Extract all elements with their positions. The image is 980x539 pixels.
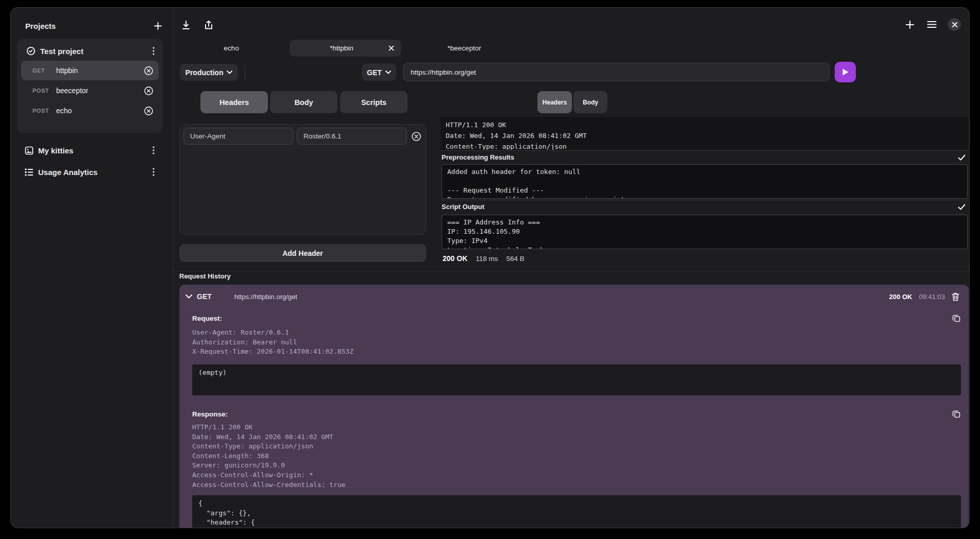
tab-beeceptor[interactable]: *beeceptor <box>420 40 508 57</box>
request-section-header: Request: <box>192 314 960 323</box>
history-title: Request History <box>179 272 231 280</box>
sidebar-request-beeceptor[interactable]: POST beeceptor <box>21 81 159 100</box>
script-output-section-header: Script Output <box>441 200 969 213</box>
check-icon <box>958 204 966 210</box>
copy-request-button[interactable] <box>952 314 960 322</box>
close-circle-icon <box>144 106 154 116</box>
play-icon <box>841 68 849 76</box>
tab-echo[interactable]: echo <box>203 40 260 57</box>
tab-label: *beeceptor <box>447 44 481 52</box>
kebab-icon <box>153 47 155 55</box>
sidebar-request-echo[interactable]: POST echo <box>21 101 159 120</box>
project-header[interactable]: Test project <box>21 42 159 60</box>
project-name: Test project <box>40 47 151 56</box>
image-icon <box>25 146 33 155</box>
list-icon <box>25 168 33 176</box>
sidebar-item-my-kitties[interactable]: My kitties <box>17 141 163 160</box>
history-entry-header[interactable]: GET https://httpbin.org/get 200 OK 09:41… <box>179 289 969 304</box>
toolbar-right <box>904 18 961 31</box>
kebab-icon <box>153 146 155 154</box>
request-name: beeceptor <box>56 86 143 95</box>
response-status-row: 200 OK 118 ms 564 B <box>443 254 525 263</box>
response-section-header: Response: <box>192 409 960 419</box>
remove-request-button[interactable] <box>144 86 154 96</box>
close-circle-icon <box>411 131 421 142</box>
copy-icon <box>952 410 960 418</box>
download-button[interactable] <box>180 19 192 31</box>
collection-name: My kitties <box>38 146 151 155</box>
history-method: GET <box>197 292 212 301</box>
sidebar-request-httpbin[interactable]: GET httpbin <box>21 61 159 80</box>
headers-editor <box>179 124 426 235</box>
response-panel: Headers Body HTTP/1.1 200 OK Date: Wed, … <box>441 91 969 271</box>
sidebar-header: Projects <box>11 18 173 33</box>
chevron-down-icon <box>385 71 391 74</box>
request-name: httpbin <box>56 66 143 75</box>
section-title: Preprocessing Results <box>442 153 514 161</box>
sidebar: Projects Test project GET <box>11 8 173 528</box>
projects-title: Projects <box>25 22 56 30</box>
request-tab-headers[interactable]: Headers <box>200 91 268 113</box>
method-label: GET <box>367 68 382 77</box>
menu-button[interactable] <box>926 20 938 29</box>
download-icon <box>181 20 191 30</box>
new-tab-button[interactable] <box>904 19 916 30</box>
url-input[interactable] <box>403 63 830 81</box>
plus-icon <box>905 20 915 29</box>
tab-label: echo <box>224 44 239 52</box>
header-key-input[interactable] <box>183 128 294 145</box>
response-time: 118 ms <box>476 255 498 263</box>
copy-icon <box>952 314 960 322</box>
collection-name: Usage Analytics <box>38 168 151 177</box>
method-label: GET <box>32 67 54 74</box>
script-output: === IP Address Info === IP: 195.146.105.… <box>442 215 968 249</box>
history-request-body: (empty) <box>192 364 961 395</box>
request-label: Request: <box>192 315 222 322</box>
hamburger-icon <box>927 21 937 28</box>
method-label: POST <box>32 88 54 94</box>
history-response-headers: HTTP/1.1 200 OK Date: Wed, 14 Jan 2026 0… <box>192 423 345 490</box>
copy-response-button[interactable] <box>952 410 960 418</box>
toolbar-left <box>180 19 214 31</box>
close-icon <box>388 45 394 51</box>
request-name: echo <box>56 107 143 115</box>
sidebar-item-usage-analytics[interactable]: Usage Analytics <box>17 162 163 182</box>
send-request-button[interactable] <box>835 62 856 82</box>
request-panel: Headers Body Scripts Add Header <box>179 91 426 271</box>
method-select[interactable]: GET <box>362 64 396 81</box>
check-icon <box>958 154 966 161</box>
environment-select[interactable]: Production <box>180 64 238 81</box>
divider <box>245 65 245 80</box>
tab-httpbin[interactable]: *httpbin <box>290 40 401 57</box>
close-tab-button[interactable] <box>387 44 395 52</box>
header-row <box>183 128 422 145</box>
response-tab-headers[interactable]: Headers <box>537 91 572 113</box>
environment-label: Production <box>185 68 224 77</box>
remove-request-button[interactable] <box>144 66 154 76</box>
project-menu-button[interactable] <box>151 46 156 56</box>
collection-menu-button[interactable] <box>151 167 156 177</box>
remove-header-button[interactable] <box>411 131 421 142</box>
response-label: Response: <box>192 410 228 418</box>
chevron-down-icon <box>185 294 192 299</box>
request-tab-body[interactable]: Body <box>270 91 337 113</box>
delete-history-button[interactable] <box>952 292 959 301</box>
collection-menu-button[interactable] <box>151 145 156 155</box>
kebab-icon <box>153 168 155 176</box>
main-area: echo *httpbin *beeceptor Production <box>173 8 969 528</box>
header-value-input[interactable] <box>297 128 407 145</box>
history-url: https://httpbin.org/get <box>234 293 297 301</box>
app-window: Projects Test project GET <box>10 7 970 528</box>
share-button[interactable] <box>203 19 214 31</box>
divider <box>173 271 969 271</box>
close-circle-icon <box>144 86 154 96</box>
tab-label: *httpbin <box>296 44 387 52</box>
remove-request-button[interactable] <box>144 106 154 116</box>
response-tab-body[interactable]: Body <box>573 91 607 113</box>
history-response-body: { "args": {}, "headers": { <box>192 495 961 528</box>
request-tab-scripts[interactable]: Scripts <box>340 91 408 113</box>
history-meta: 200 OK 09:41:03 <box>889 292 959 301</box>
close-window-button[interactable] <box>948 18 961 31</box>
add-header-button[interactable]: Add Header <box>179 244 426 262</box>
add-project-button[interactable] <box>153 21 163 31</box>
